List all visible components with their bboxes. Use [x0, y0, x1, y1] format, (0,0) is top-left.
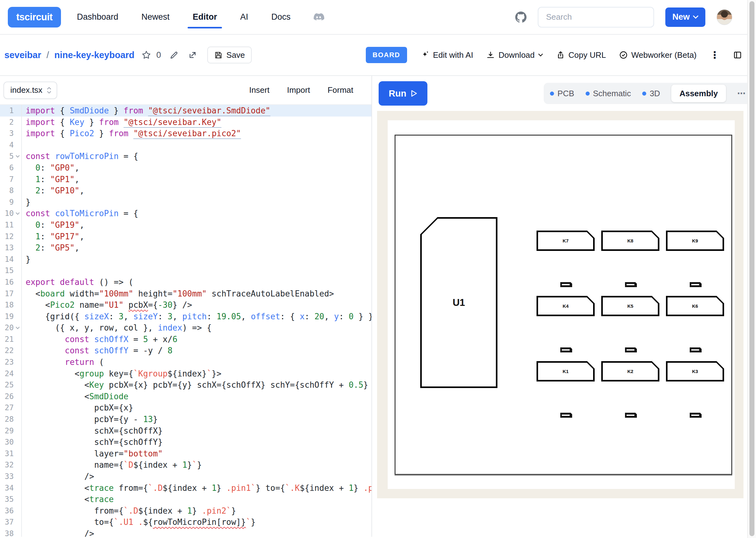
- pencil-icon[interactable]: [169, 51, 179, 60]
- breadcrumb: seveibar / nine-key-keyboard 0 Save: [4, 47, 252, 63]
- code-line-24[interactable]: 24 <group key={`Kgroup${index}`}>: [0, 368, 372, 380]
- code-line-text: ({ x, y, row, col }, index) => {: [22, 322, 212, 334]
- code-line-38[interactable]: 38 />: [0, 528, 372, 537]
- chevron-down-icon: [693, 15, 698, 19]
- panel-layout-icon[interactable]: [733, 50, 742, 60]
- tab-schematic[interactable]: Schematic: [586, 89, 631, 98]
- code-line-34[interactable]: 34 <trace from={`.D${index + 1} .pin1`} …: [0, 482, 372, 494]
- github-icon[interactable]: [515, 12, 527, 23]
- code-line-2[interactable]: 2import { Key } from "@tsci/seveibar.Key…: [0, 117, 372, 128]
- code-line-31[interactable]: 31 layer="bottom": [0, 448, 372, 459]
- code-line-33[interactable]: 33 />: [0, 471, 372, 482]
- tab-assembly[interactable]: Assembly: [671, 85, 726, 102]
- breadcrumb-owner-link[interactable]: seveibar: [4, 50, 41, 60]
- line-number: 12: [0, 231, 14, 242]
- code-line-11[interactable]: 11 0: "GP19",: [0, 219, 372, 231]
- nav-link-editor[interactable]: Editor: [193, 12, 217, 22]
- code-line-28[interactable]: 28 pcbY={y - 13}: [0, 414, 372, 425]
- more-options-kebab-icon[interactable]: ⋮: [710, 49, 720, 61]
- line-number: 20: [0, 322, 14, 334]
- code-line-19[interactable]: 19 {grid({ sizeX: 3, sizeY: 3, pitch: 19…: [0, 311, 372, 322]
- assembly-canvas[interactable]: U1 K7K8K9K4K5K6K1K2K3: [377, 111, 743, 498]
- menu-format[interactable]: Format: [328, 85, 353, 95]
- code-line-15[interactable]: 15: [0, 265, 372, 277]
- code-line-8[interactable]: 8 2: "GP10",: [0, 185, 372, 196]
- line-number: 18: [0, 299, 14, 311]
- assembly-diode: [560, 282, 572, 287]
- copy-url-button[interactable]: Copy URL: [556, 50, 606, 60]
- code-line-14[interactable]: 14}: [0, 254, 372, 265]
- fold-chevron-icon[interactable]: [14, 155, 21, 158]
- nav-link-ai[interactable]: AI: [240, 12, 248, 22]
- line-number: 17: [0, 288, 14, 299]
- code-line-1[interactable]: 1import { SmdDiode } from "@tsci/seveiba…: [0, 105, 372, 117]
- nav-link-dashboard[interactable]: Dashboard: [77, 12, 118, 22]
- line-number: 2: [0, 117, 14, 128]
- save-button[interactable]: Save: [207, 47, 252, 63]
- u1-label: U1: [453, 297, 465, 308]
- code-line-10[interactable]: 10const colToMicroPin = {: [0, 208, 372, 219]
- code-line-29[interactable]: 29 schX={schOffX}: [0, 425, 372, 437]
- code-area[interactable]: 1import { SmdDiode } from "@tsci/seveiba…: [0, 105, 372, 537]
- code-line-37[interactable]: 37 to={`.U1 .${rowToMicroPin[row]}`}: [0, 516, 372, 528]
- code-line-32[interactable]: 32 name={`D${index + 1}`}: [0, 459, 372, 471]
- code-line-9[interactable]: 9}: [0, 196, 372, 208]
- line-number: 28: [0, 414, 14, 425]
- fold-chevron-icon[interactable]: [14, 327, 21, 329]
- nav-link-docs[interactable]: Docs: [271, 12, 291, 22]
- star-icon[interactable]: [142, 50, 151, 60]
- line-number: 24: [0, 368, 14, 380]
- tab-3d[interactable]: 3D: [642, 89, 660, 98]
- assembly-key-K4: K4: [537, 296, 595, 316]
- code-line-text: const colToMicroPin = {: [22, 208, 138, 219]
- code-line-16[interactable]: 16export default () => (: [0, 277, 372, 288]
- line-number: 31: [0, 448, 14, 459]
- edit-with-ai-button[interactable]: Edit with AI: [420, 50, 473, 60]
- download-button[interactable]: Download: [486, 50, 543, 60]
- top-navbar: tscircuit Dashboard Newest Editor AI Doc…: [0, 0, 756, 35]
- code-line-6[interactable]: 6 0: "GP0",: [0, 162, 372, 174]
- code-line-25[interactable]: 25 <Key pcbX={x} pcbY={y} schX={schOffX}…: [0, 379, 372, 391]
- file-selector-label: index.tsx: [10, 85, 42, 95]
- new-button[interactable]: New: [665, 8, 705, 27]
- code-line-30[interactable]: 30 schY={schOffY}: [0, 436, 372, 448]
- code-line-7[interactable]: 7 1: "GP1",: [0, 174, 372, 185]
- code-line-text: }: [22, 196, 30, 208]
- discord-icon[interactable]: [313, 12, 324, 23]
- code-line-13[interactable]: 13 2: "GP5",: [0, 242, 372, 254]
- code-line-35[interactable]: 35 <trace: [0, 494, 372, 505]
- menu-import[interactable]: Import: [287, 85, 310, 95]
- run-button[interactable]: Run: [378, 81, 428, 106]
- tab-3d-label: 3D: [650, 89, 660, 98]
- code-line-36[interactable]: 36 from={`.D${index + 1} .pin2`}: [0, 505, 372, 517]
- code-line-27[interactable]: 27 pcbX={x}: [0, 402, 372, 414]
- code-line-26[interactable]: 26 <SmdDiode: [0, 391, 372, 403]
- code-line-5[interactable]: 5const rowToMicroPin = {: [0, 151, 372, 162]
- tscircuit-logo[interactable]: tscircuit: [8, 7, 61, 27]
- file-selector[interactable]: index.tsx: [3, 81, 57, 99]
- code-line-20[interactable]: 20 ({ x, y, row, col }, index) => {: [0, 322, 372, 334]
- search-input[interactable]: [538, 7, 654, 27]
- menu-insert[interactable]: Insert: [249, 85, 269, 95]
- code-line-text: [22, 265, 26, 277]
- board-badge[interactable]: BOARD: [366, 47, 407, 63]
- scrollbar-thumb[interactable]: [749, 1, 754, 536]
- breadcrumb-repo-link[interactable]: nine-key-keyboard: [54, 50, 135, 60]
- avatar[interactable]: [717, 9, 732, 25]
- fold-chevron-icon[interactable]: [14, 212, 21, 215]
- code-line-18[interactable]: 18 <Pico2 name="U1" pcbX={-30} />: [0, 299, 372, 311]
- code-line-4[interactable]: 4: [0, 139, 372, 151]
- code-line-3[interactable]: 3import { Pico2 } from "@tsci/seveibar.p…: [0, 128, 372, 139]
- code-line-text: 1: "GP1",: [22, 174, 80, 185]
- webworker-toggle[interactable]: Webworker (Beta): [619, 50, 697, 60]
- code-line-22[interactable]: 22 const schOffY = -y / 8: [0, 345, 372, 356]
- nav-link-newest[interactable]: Newest: [141, 12, 169, 22]
- tab-pcb[interactable]: PCB: [550, 89, 574, 98]
- code-line-12[interactable]: 12 1: "GP17",: [0, 231, 372, 242]
- code-line-23[interactable]: 23 return (: [0, 356, 372, 368]
- code-line-17[interactable]: 17 <board width="100mm" height="100mm" s…: [0, 288, 372, 299]
- share-icon[interactable]: [188, 51, 197, 59]
- code-line-21[interactable]: 21 const schOffX = 5 + x/6: [0, 334, 372, 345]
- tabs-more-button[interactable]: ⋯: [737, 89, 746, 98]
- tab-schematic-label: Schematic: [593, 89, 631, 98]
